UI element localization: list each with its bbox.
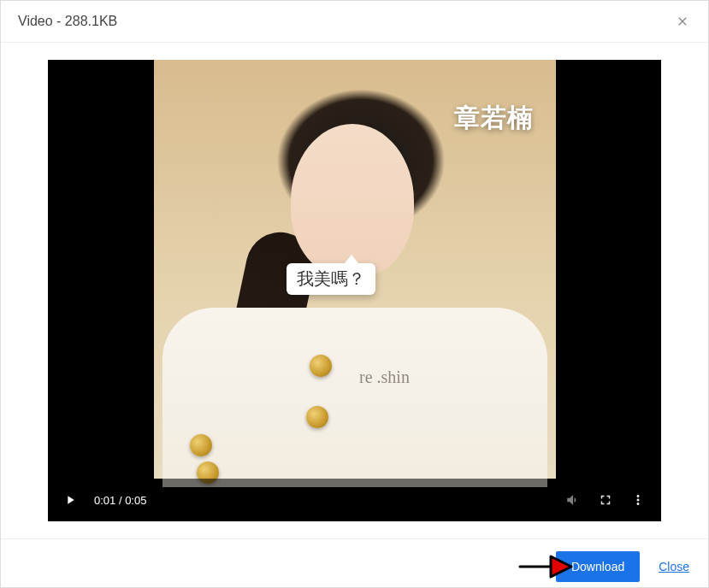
play-button[interactable] — [63, 492, 79, 508]
fullscreen-icon[interactable] — [598, 492, 613, 508]
dialog-footer: Download Close — [1, 538, 708, 588]
dialog-body: re .shin 章若楠 我美嗎？ 0:01 / 0:05 — [1, 43, 708, 538]
dialog-header: Video - 288.1KB — [1, 1, 708, 43]
video-time-display: 0:01 / 0:05 — [94, 494, 565, 507]
video-controls: 0:01 / 0:05 — [48, 479, 661, 521]
video-caption-name: 章若楠 — [454, 101, 534, 136]
video-signature: re .shin — [359, 368, 410, 387]
video-preview-dialog: Video - 288.1KB re .shin 章若楠 我美嗎？ — [0, 0, 709, 588]
close-icon[interactable] — [674, 13, 691, 30]
video-player[interactable]: re .shin 章若楠 我美嗎？ 0:01 / 0:05 — [48, 60, 661, 521]
dialog-title: Video - 288.1KB — [18, 14, 117, 29]
close-link[interactable]: Close — [659, 560, 689, 573]
video-frame: re .shin 章若楠 我美嗎？ — [154, 60, 556, 479]
download-button[interactable]: Download — [556, 551, 640, 582]
volume-icon[interactable] — [565, 492, 581, 508]
video-speech-bubble: 我美嗎？ — [287, 263, 375, 295]
more-options-icon[interactable] — [630, 492, 646, 508]
